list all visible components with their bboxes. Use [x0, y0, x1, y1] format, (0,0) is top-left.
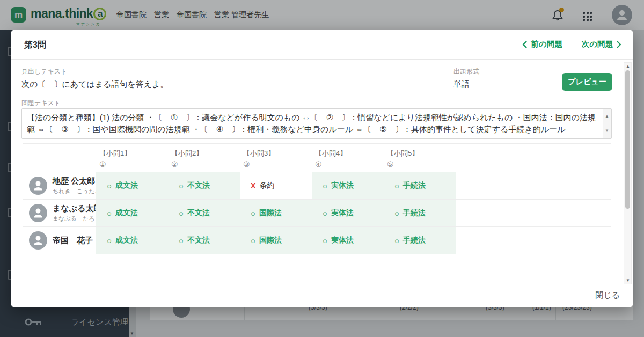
empty-cell	[456, 172, 611, 199]
answer-mark-icon: ○	[394, 236, 399, 245]
question-text: 【法の分類と種類】(1) 法の分類 ・〔 ① 〕：議会などが作る明文のもの ⇔〔…	[27, 113, 596, 134]
question-detail-modal: 第3問 前の問題 次の問題 見出しテキスト 次の〔 〕にあてはまる語句を答えよ。…	[11, 30, 633, 307]
question-textarea[interactable]: 【法の分類と種類】(1) 法の分類 ・〔 ① 〕：議会などが作る明文のもの ⇔〔…	[21, 108, 612, 139]
prev-question-link[interactable]: 前の問題	[522, 39, 562, 49]
question-scrollbar[interactable]: ▲ ▼	[603, 109, 611, 138]
answer-text: 国際法	[259, 236, 282, 245]
subquestion-number: ②	[171, 160, 240, 169]
answer-text: 手続法	[403, 208, 426, 218]
header-cell-subquestion: 【小問5】 ⑤	[384, 144, 456, 172]
modal-title: 第3問	[24, 40, 46, 51]
table-row: 帝国 花子 ○ 成文法 ○ 不文法 ○ 国際法 ○ 実体法 ○ 手続法	[23, 226, 611, 254]
answer-mark-icon: ○	[107, 209, 112, 218]
answer-text: 手続法	[403, 236, 426, 245]
answer-cell: ○ 実体法	[312, 172, 384, 199]
header-cell-subquestion: 【小問1】 ①	[96, 144, 168, 172]
modal-scrollbar[interactable]: ▲ ▼	[624, 62, 632, 284]
table-row: まなぶる太郎 まなぶる たろう ○ 成文法 ○ 不文法 ○ 国際法 ○ 実体法 …	[23, 199, 611, 226]
answer-cell: ○ 手続法	[384, 172, 456, 199]
subquestion-number: ④	[315, 160, 384, 169]
answer-cell: ○ 国際法	[240, 227, 312, 254]
subquestion-label: 【小問1】	[99, 149, 168, 158]
empty-cell	[456, 227, 611, 254]
subquestion-number: ⑤	[387, 160, 456, 169]
answer-text: 国際法	[259, 208, 282, 218]
question-label: 問題テキスト	[21, 99, 61, 108]
student-kana: まなぶる たろう	[53, 215, 101, 223]
scrollbar-up-arrow[interactable]: ▲	[626, 64, 630, 69]
student-avatar-icon	[29, 231, 47, 250]
answer-mark-icon: ○	[394, 209, 399, 218]
answer-mark-icon: ○	[251, 209, 255, 218]
answer-cell: ○ 手続法	[384, 200, 456, 226]
answer-mark-icon: ○	[251, 236, 255, 245]
chevron-left-icon	[522, 41, 527, 48]
answer-cell: ○ 実体法	[312, 227, 384, 254]
answer-text: 成文法	[115, 181, 138, 191]
page: m mana.thinka マナシンカ 帝国書院 営業 帝国書院 営業 管理者先…	[0, 0, 644, 337]
student-avatar-icon	[29, 177, 47, 195]
table-row: 地歴 公太郎 ちれき こうたろう ○ 成文法 ○ 不文法 X 条約 ○ 実体法 …	[23, 172, 611, 199]
heading-label: 見出しテキスト	[21, 67, 169, 76]
answer-cell: ○ 手続法	[384, 227, 456, 254]
answer-text: 成文法	[115, 208, 138, 218]
next-question-link[interactable]: 次の問題	[582, 39, 621, 49]
student-avatar-icon	[29, 204, 47, 222]
subquestion-label: 【小問3】	[243, 149, 312, 158]
answer-mark-icon: ○	[179, 209, 184, 218]
student-name: 帝国 花子	[53, 236, 93, 246]
subquestion-label: 【小問4】	[315, 149, 384, 158]
answer-cell: ○ 成文法	[96, 227, 168, 254]
answer-cell: ○ 実体法	[312, 200, 384, 226]
preview-button[interactable]: プレビュー	[562, 73, 612, 91]
answer-cell: ○ 成文法	[96, 172, 168, 199]
student-cell: 地歴 公太郎 ちれき こうたろう	[23, 172, 96, 199]
student-cell: 帝国 花子	[23, 227, 96, 254]
answer-text: 手続法	[403, 181, 426, 191]
subquestion-number: ③	[243, 160, 312, 169]
answer-mark-icon: ○	[179, 181, 184, 191]
chevron-right-icon	[617, 41, 621, 48]
header-cell-subquestion: 【小問4】 ④	[312, 144, 384, 172]
modal-body: 見出しテキスト 次の〔 〕にあてはまる語句を答えよ。 出題形式 単語 プレビュー…	[11, 60, 633, 284]
subquestion-label: 【小問2】	[171, 149, 240, 158]
answer-mark-icon: X	[251, 181, 255, 190]
scrollbar-down-arrow[interactable]: ▼	[605, 125, 609, 137]
header-cell-student	[23, 144, 96, 172]
format-value: 単語	[453, 79, 479, 90]
answer-text: 不文法	[187, 208, 210, 218]
answer-mark-icon: ○	[394, 181, 399, 191]
subquestion-number: ①	[99, 160, 168, 169]
answer-mark-icon: ○	[107, 236, 112, 245]
student-cell: まなぶる太郎 まなぶる たろう	[23, 200, 96, 226]
heading-text: 次の〔 〕にあてはまる語句を答えよ。	[21, 79, 169, 90]
results-table-header: 【小問1】 ① 【小問2】 ② 【小問3】 ③ 【小問4】 ④ 【小問5】 ⑤	[23, 144, 611, 172]
answer-cell: ○ 不文法	[168, 172, 240, 199]
header-cell-subquestion: 【小問3】 ③	[240, 144, 312, 172]
scrollbar-thumb[interactable]	[625, 70, 630, 209]
answer-text: 実体法	[331, 208, 354, 218]
answer-cell: X 条約	[240, 172, 312, 199]
answer-cell: ○ 国際法	[240, 200, 312, 226]
answer-text: 不文法	[187, 236, 210, 245]
format-label: 出題形式	[453, 67, 479, 76]
modal-header: 第3問 前の問題 次の問題	[11, 30, 633, 60]
answer-text: 成文法	[115, 236, 138, 245]
answer-mark-icon: ○	[323, 236, 327, 245]
empty-cell	[456, 200, 611, 226]
answer-text: 不文法	[187, 181, 210, 191]
answer-mark-icon: ○	[323, 181, 327, 191]
answer-cell: ○ 不文法	[168, 200, 240, 226]
answer-text: 条約	[259, 181, 274, 191]
student-name: まなぶる太郎	[53, 203, 101, 214]
scrollbar-down-arrow[interactable]: ▼	[626, 278, 630, 283]
header-cell-subquestion: 【小問2】 ②	[168, 144, 240, 172]
close-button[interactable]: 閉じる	[595, 290, 620, 301]
subquestion-label: 【小問5】	[387, 149, 456, 158]
answer-cell: ○ 不文法	[168, 227, 240, 254]
answer-mark-icon: ○	[179, 236, 184, 245]
answer-text: 実体法	[331, 236, 354, 245]
answer-mark-icon: ○	[323, 209, 327, 218]
scrollbar-up-arrow[interactable]: ▲	[605, 111, 609, 122]
results-table: 【小問1】 ① 【小問2】 ② 【小問3】 ③ 【小問4】 ④ 【小問5】 ⑤ …	[23, 143, 611, 283]
